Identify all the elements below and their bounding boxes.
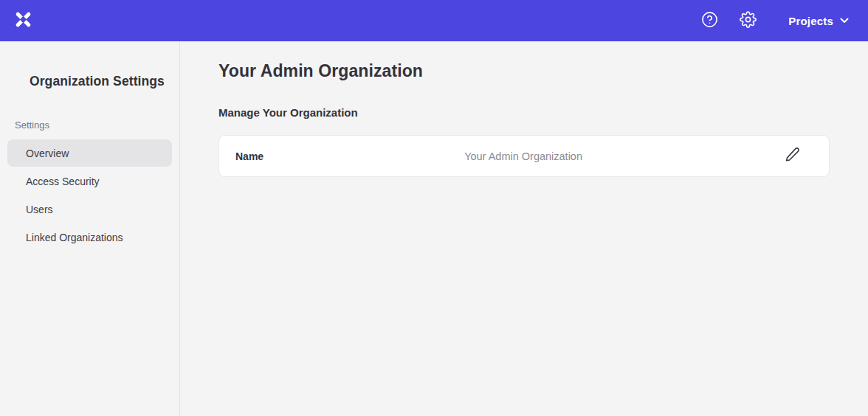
pencil-icon (785, 147, 800, 165)
sidebar-section-label: Settings (0, 119, 179, 131)
sidebar-item-label: Linked Organizations (26, 232, 123, 243)
help-circle-icon (701, 11, 718, 31)
settings-button[interactable] (738, 11, 757, 30)
section-title: Manage Your Organization (218, 106, 830, 119)
edit-name-button[interactable] (783, 148, 801, 165)
chevron-down-icon (840, 18, 849, 24)
sidebar-item-label: Users (26, 204, 53, 215)
name-field-label: Name (235, 150, 264, 162)
mixpanel-x-logo-icon (13, 10, 33, 32)
sidebar-item-label: Overview (26, 148, 69, 159)
projects-menu[interactable]: Projects (788, 15, 849, 27)
sidebar-item-label: Access Security (26, 176, 100, 187)
sidebar-item-linked-organizations[interactable]: Linked Organizations (7, 223, 172, 251)
projects-menu-label: Projects (788, 15, 833, 27)
name-field-value: Your Admin Organization (264, 150, 783, 162)
sidebar-title: Organization Settings (0, 74, 179, 89)
help-button[interactable] (700, 11, 719, 30)
sidebar-item-access-security[interactable]: Access Security (7, 167, 172, 195)
sidebar-item-users[interactable]: Users (7, 195, 172, 223)
sidebar-item-overview[interactable]: Overview (7, 139, 172, 167)
organization-name-card: Name Your Admin Organization (218, 135, 830, 177)
sidebar-nav: Overview Access Security Users Linked Or… (0, 139, 179, 251)
topbar: Projects (0, 0, 868, 41)
brand-logo[interactable] (13, 10, 33, 32)
main-content: Your Admin Organization Manage Your Orga… (181, 41, 868, 416)
gear-icon (740, 11, 757, 31)
page-title: Your Admin Organization (218, 61, 830, 81)
sidebar: Organization Settings Settings Overview … (0, 41, 180, 416)
